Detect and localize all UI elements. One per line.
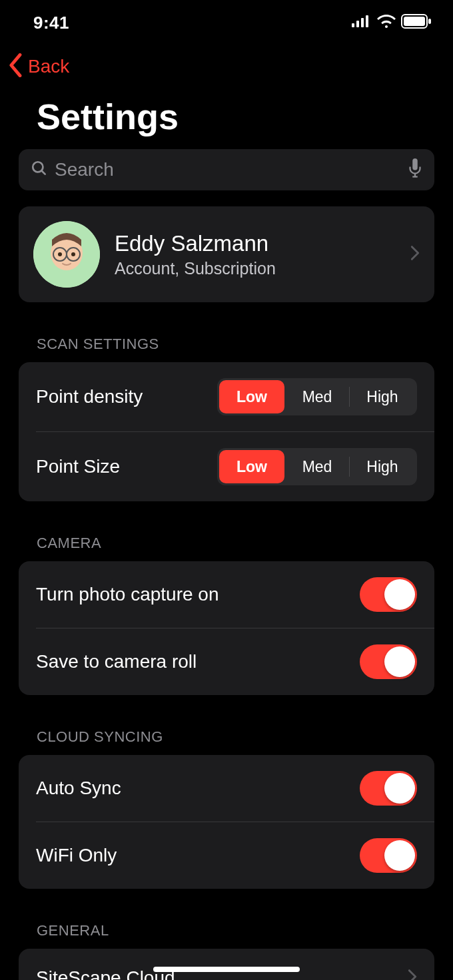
- row-point-density: Point density Low Med High: [19, 362, 434, 431]
- page-title: Settings: [0, 91, 453, 149]
- photo-capture-label: Turn photo capture on: [36, 584, 360, 605]
- section-header-scan: SCAN SETTINGS: [0, 336, 453, 362]
- chevron-right-icon: [410, 245, 420, 264]
- search-icon: [31, 160, 48, 180]
- row-photo-capture: Turn photo capture on: [19, 561, 434, 628]
- point-size-label: Point Size: [36, 456, 217, 477]
- auto-sync-label: Auto Sync: [36, 778, 360, 799]
- save-camera-roll-label: Save to camera roll: [36, 651, 360, 672]
- section-header-cloud: CLOUD SYNCING: [0, 728, 453, 755]
- segment-density-low[interactable]: Low: [219, 380, 284, 413]
- section-header-general: GENERAL: [0, 922, 453, 949]
- profile-name: Eddy Salzmann: [115, 231, 396, 256]
- svg-rect-3: [366, 15, 368, 27]
- chevron-right-icon: [408, 969, 417, 980]
- point-density-segmented[interactable]: Low Med High: [217, 378, 417, 415]
- chevron-left-icon: [8, 53, 24, 80]
- wifi-icon: [377, 15, 396, 31]
- status-indicators: [352, 14, 432, 31]
- svg-line-8: [41, 170, 45, 174]
- wifi-only-label: WiFi Only: [36, 845, 360, 866]
- svg-rect-5: [404, 17, 425, 26]
- segment-density-med[interactable]: Med: [284, 380, 350, 413]
- segment-density-high[interactable]: High: [350, 380, 415, 413]
- avatar: [33, 221, 100, 288]
- svg-point-17: [58, 252, 62, 256]
- status-bar: 9:41: [0, 0, 453, 40]
- segment-size-high[interactable]: High: [350, 450, 415, 483]
- svg-rect-6: [428, 19, 431, 24]
- segment-size-low[interactable]: Low: [219, 450, 284, 483]
- search-input[interactable]: [55, 159, 408, 180]
- section-scan-settings: SCAN SETTINGS Point density Low Med High…: [0, 336, 453, 501]
- status-time: 9:41: [33, 13, 69, 33]
- profile-row[interactable]: Eddy Salzmann Account, Subscription: [19, 206, 434, 302]
- profile-subtitle: Account, Subscription: [115, 259, 396, 278]
- svg-rect-9: [412, 158, 418, 170]
- search-field[interactable]: [19, 149, 434, 190]
- row-auto-sync: Auto Sync: [19, 755, 434, 822]
- svg-rect-0: [352, 23, 354, 27]
- photo-capture-toggle[interactable]: [360, 577, 417, 612]
- cellular-icon: [352, 15, 372, 30]
- back-button[interactable]: Back: [0, 40, 453, 91]
- svg-point-18: [71, 252, 75, 256]
- point-density-label: Point density: [36, 386, 217, 407]
- save-camera-roll-toggle[interactable]: [360, 644, 417, 679]
- row-point-size: Point Size Low Med High: [36, 431, 434, 501]
- profile-text: Eddy Salzmann Account, Subscription: [115, 231, 396, 278]
- back-label: Back: [28, 56, 69, 77]
- segment-size-med[interactable]: Med: [284, 450, 350, 483]
- section-camera: CAMERA Turn photo capture on Save to cam…: [0, 535, 453, 695]
- section-cloud-syncing: CLOUD SYNCING Auto Sync WiFi Only: [0, 728, 453, 889]
- point-size-segmented[interactable]: Low Med High: [217, 448, 417, 485]
- section-header-camera: CAMERA: [0, 535, 453, 561]
- row-save-camera-roll: Save to camera roll: [36, 628, 434, 695]
- microphone-icon[interactable]: [408, 158, 422, 181]
- battery-icon: [401, 14, 432, 31]
- svg-rect-1: [356, 21, 359, 27]
- row-wifi-only: WiFi Only: [36, 822, 434, 889]
- auto-sync-toggle[interactable]: [360, 771, 417, 806]
- wifi-only-toggle[interactable]: [360, 838, 417, 873]
- svg-rect-2: [361, 18, 364, 27]
- row-sitescape-cloud[interactable]: SiteScape Cloud: [19, 949, 434, 980]
- home-indicator[interactable]: [153, 967, 300, 972]
